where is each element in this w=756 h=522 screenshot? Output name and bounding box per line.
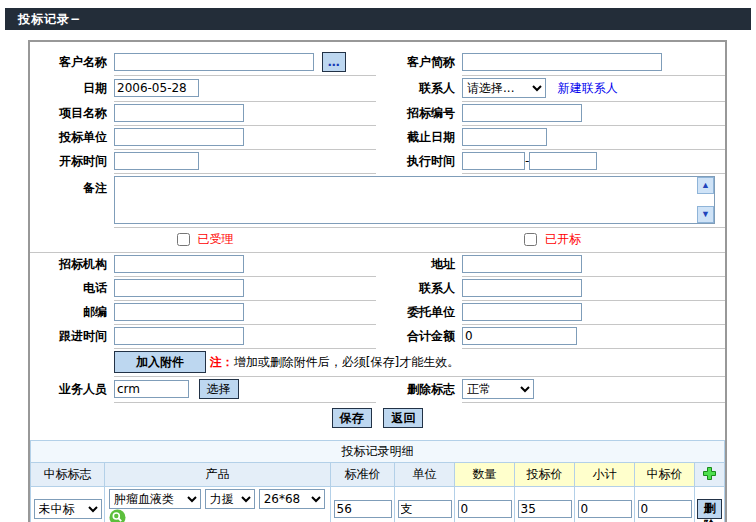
win-price-input[interactable]	[638, 500, 692, 518]
deadline-label: 截止日期	[376, 126, 462, 150]
quantity-input[interactable]	[458, 500, 512, 518]
scroll-down-icon[interactable]: ▼	[697, 206, 714, 223]
customer-short-label: 客户简称	[376, 50, 462, 76]
col-header-win-flag: 中标标志	[31, 463, 105, 487]
product-brand-select[interactable]: 力援	[205, 489, 255, 509]
row-remark: 备注 ▲ ▼	[30, 174, 725, 228]
bid-record-form-panel: 客户名称 … 客户简称 日期 联系人 请选择... 新建联系人	[28, 40, 727, 522]
phone-label: 电话	[30, 277, 114, 301]
form-table: 客户名称 … 客户简称 日期 联系人 请选择... 新建联系人	[30, 50, 725, 434]
accepted-checkbox[interactable]	[177, 233, 190, 246]
customer-lookup-button[interactable]: …	[322, 52, 346, 72]
follow-time-input[interactable]	[114, 327, 244, 345]
bid-detail-table: 投标记录明细 中标标志 产品 标准价 单位 数量 投标价 小计 中标价 未中标	[30, 440, 725, 522]
date-label: 日期	[30, 76, 114, 102]
subtotal-input[interactable]	[578, 500, 632, 518]
bid-unit-label: 投标单位	[30, 126, 114, 150]
row-bidunit-deadline: 投标单位 截止日期	[30, 126, 725, 150]
entrust-unit-input[interactable]	[462, 303, 582, 321]
col-header-subtotal: 小计	[575, 463, 635, 487]
postcode-label: 邮编	[30, 301, 114, 325]
detail-table-title: 投标记录明细	[31, 441, 725, 463]
col-header-unit: 单位	[395, 463, 455, 487]
contact2-input[interactable]	[462, 279, 582, 297]
follow-time-label: 跟进时间	[30, 325, 114, 349]
row-customer: 客户名称 … 客户简称	[30, 50, 725, 76]
delete-flag-label: 删除标志	[376, 377, 462, 403]
total-amount-label: 合计金额	[376, 325, 462, 349]
standard-price-input[interactable]	[334, 500, 392, 518]
new-contact-link[interactable]: 新建联系人	[558, 81, 618, 95]
product-spec-select[interactable]: 26*68	[259, 489, 325, 509]
back-button[interactable]: 返回	[383, 408, 423, 428]
col-header-std-price: 标准价	[331, 463, 395, 487]
phone-input[interactable]	[114, 279, 244, 297]
select-sales-person-button[interactable]: 选择	[199, 379, 239, 399]
sales-person-input[interactable]	[114, 380, 189, 398]
attachment-note-prefix: 注：	[210, 355, 234, 369]
page-title: 投标记录−	[5, 8, 751, 30]
row-checkboxes: 已受理 已开标	[30, 228, 725, 253]
bid-unit-input[interactable]	[114, 128, 244, 146]
open-time-input[interactable]	[114, 152, 199, 170]
row-project-bidno: 项目名称 招标编号	[30, 102, 725, 126]
customer-name-label: 客户名称	[30, 50, 114, 76]
detail-data-row: 未中标 肿瘤血液类 力援 26*68	[31, 487, 725, 522]
col-header-win-price: 中标价	[635, 463, 695, 487]
date-input[interactable]	[114, 79, 199, 97]
delete-row-button[interactable]: 删除	[697, 499, 722, 519]
bid-price-input[interactable]	[518, 500, 572, 518]
row-actions: 保存 返回	[30, 403, 725, 435]
product-search-icon[interactable]	[109, 515, 126, 522]
postcode-input[interactable]	[114, 303, 244, 321]
col-header-bid-price: 投标价	[515, 463, 575, 487]
product-category-select[interactable]: 肿瘤血液类	[109, 489, 201, 509]
entrust-unit-label: 委托单位	[376, 301, 462, 325]
row-follow-total: 跟进时间 合计金额	[30, 325, 725, 349]
customer-short-input[interactable]	[462, 53, 662, 71]
contact2-label: 联系人	[376, 277, 462, 301]
bid-number-label: 招标编号	[376, 102, 462, 126]
add-attachment-button[interactable]: 加入附件	[114, 351, 206, 373]
bid-number-input[interactable]	[462, 104, 582, 122]
row-opentime-exectime: 开标时间 执行时间 -	[30, 150, 725, 174]
add-row-icon[interactable]	[703, 469, 716, 483]
col-header-quantity: 数量	[455, 463, 515, 487]
detail-header-row: 中标标志 产品 标准价 单位 数量 投标价 小计 中标价	[31, 463, 725, 487]
project-name-input[interactable]	[114, 104, 244, 122]
row-date-contact: 日期 联系人 请选择... 新建联系人	[30, 76, 725, 102]
save-button[interactable]: 保存	[332, 408, 372, 428]
detail-title-row: 投标记录明细	[31, 441, 725, 463]
contact-label: 联系人	[376, 76, 462, 102]
row-sales-deleteflag: 业务人员 选择 删除标志 正常	[30, 377, 725, 403]
row-attachment: 加入附件 注：增加或删除附件后，必须[保存]才能生效。	[30, 349, 725, 377]
attachment-note: 增加或删除附件后，必须[保存]才能生效。	[234, 355, 459, 369]
accepted-checkbox-label: 已受理	[197, 232, 233, 246]
exec-time-start-input[interactable]	[462, 152, 525, 170]
address-label: 地址	[376, 253, 462, 277]
win-flag-select[interactable]: 未中标	[34, 499, 102, 519]
col-header-add	[695, 463, 725, 487]
contact-select[interactable]: 请选择...	[462, 78, 546, 98]
col-header-product: 产品	[105, 463, 331, 487]
total-amount-input[interactable]	[462, 327, 577, 345]
address-input[interactable]	[462, 255, 582, 273]
bid-opened-checkbox-label: 已开标	[545, 232, 581, 246]
exec-time-end-input[interactable]	[529, 152, 597, 170]
customer-name-input[interactable]	[114, 53, 314, 71]
bid-opened-checkbox[interactable]	[524, 233, 537, 246]
exec-time-label: 执行时间	[376, 150, 462, 174]
sales-person-label: 业务人员	[30, 377, 114, 403]
row-phone-contact2: 电话 联系人	[30, 277, 725, 301]
row-postcode-entrust: 邮编 委托单位	[30, 301, 725, 325]
agency-input[interactable]	[114, 255, 244, 273]
unit-input[interactable]	[398, 500, 452, 518]
delete-flag-select[interactable]: 正常	[462, 379, 534, 399]
scroll-up-icon[interactable]: ▲	[697, 177, 714, 194]
project-name-label: 项目名称	[30, 102, 114, 126]
remark-textarea[interactable]: ▲ ▼	[114, 176, 715, 224]
remark-label: 备注	[30, 174, 114, 228]
agency-label: 招标机构	[30, 253, 114, 277]
open-time-label: 开标时间	[30, 150, 114, 174]
deadline-input[interactable]	[462, 128, 547, 146]
